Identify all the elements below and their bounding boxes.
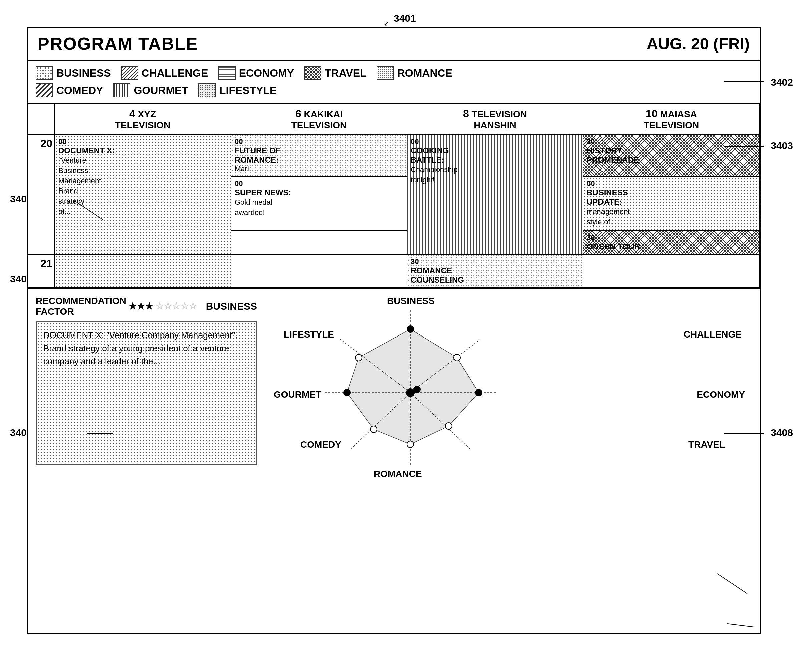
header: PROGRAM TABLE AUG. 20 (FRI) <box>28 28 760 61</box>
legend-item-business: BUSINESS <box>36 66 111 80</box>
svg-point-17 <box>406 388 415 396</box>
rec-header: RECOMMENDATION FACTOR ★★★ ☆☆☆☆☆ BUSINESS <box>36 296 257 317</box>
legend-item-gourmet: GOURMET <box>113 83 189 97</box>
radar-economy-label: ECONOMY <box>697 389 745 400</box>
svg-point-9 <box>407 326 414 333</box>
legend-item-comedy: COMEDY <box>36 83 103 97</box>
ref-3401: 3401 <box>393 13 416 24</box>
svg-point-18 <box>414 386 420 393</box>
legend-item-economy: ECONOMY <box>218 66 294 80</box>
prog-cooking-battle[interactable]: 00 COOKINGBATTLE: Championshiptonight! <box>407 135 583 255</box>
svg-point-12 <box>344 389 350 396</box>
prog-business-update[interactable]: 00 BUSINESSUPDATE: managementstyle of. <box>583 177 759 230</box>
program-grid-section: 4 XYZ TELEVISION 6 KAKIKAI TELEVISION 8 … <box>28 104 760 289</box>
prog-romance-counseling[interactable]: 30 ROMANCECOUNSELING <box>407 255 583 288</box>
radar-travel-label: TRAVEL <box>688 439 725 450</box>
svg-point-10 <box>355 354 362 361</box>
recommendation-area: RECOMMENDATION FACTOR ★★★ ☆☆☆☆☆ BUSINESS… <box>36 296 257 482</box>
rec-factor-label: RECOMMENDATION FACTOR <box>36 296 127 317</box>
channel-8-header: 8 TELEVISION HANSHIN <box>407 104 583 135</box>
ref-3403: 3403 <box>770 140 793 151</box>
prog-history-promenade[interactable]: 30 HISTORYPROMENADE <box>583 135 759 177</box>
svg-point-15 <box>445 422 452 429</box>
prog-future-of-romance[interactable]: 00 FUTURE OFROMANCE: Mari... <box>231 135 407 177</box>
time-21: 21 <box>28 255 55 288</box>
main-container: PROGRAM TABLE AUG. 20 (FRI) BUSINESS CHA… <box>27 27 761 634</box>
svg-point-13 <box>475 389 482 396</box>
legend-section: BUSINESS CHALLENGE ECONOMY TRAVEL ROMANC… <box>28 61 760 104</box>
rec-box[interactable]: DOCUMENT X: "Venture Company Management"… <box>36 321 257 464</box>
legend-item-lifestyle: LIFESTYLE <box>198 83 276 97</box>
date-display: AUG. 20 (FRI) <box>647 35 749 53</box>
arrow-3401: ↙ <box>384 19 389 28</box>
ref-3408: 3408 <box>770 427 793 438</box>
channel-6-header: 6 KAKIKAI TELEVISION <box>231 104 407 135</box>
program-table-title: PROGRAM TABLE <box>38 34 198 54</box>
stars-filled: ★★★ <box>128 301 153 312</box>
prog-document-x[interactable]: 00 DOCUMENT X: "VentureBusinessManagemen… <box>55 135 231 255</box>
svg-point-14 <box>370 426 377 433</box>
radar-chart <box>294 296 527 482</box>
ref-3402: 3402 <box>770 77 793 88</box>
radar-area: BUSINESS LIFESTYLE CHALLENGE GOURMET ECO… <box>267 296 752 482</box>
legend-item-travel: TRAVEL <box>304 66 367 80</box>
stars-empty: ☆☆☆☆☆ <box>156 301 197 312</box>
radar-challenge-label: CHALLENGE <box>684 329 741 340</box>
svg-marker-8 <box>347 329 479 444</box>
svg-point-11 <box>454 354 460 361</box>
channel-10-header: 10 MAIASA TELEVISION <box>583 104 759 135</box>
bottom-section: RECOMMENDATION FACTOR ★★★ ☆☆☆☆☆ BUSINESS… <box>28 289 760 489</box>
prog-super-news[interactable]: 00 SUPER NEWS: Gold medalawarded! <box>231 177 407 230</box>
channel-4-header: 4 XYZ TELEVISION <box>55 104 231 135</box>
legend-item-challenge: CHALLENGE <box>121 66 208 80</box>
rec-category: BUSINESS <box>206 301 257 312</box>
time-20: 20 <box>28 135 55 255</box>
legend-item-romance: ROMANCE <box>377 66 452 80</box>
rec-text: DOCUMENT X: "Venture Company Management"… <box>43 330 237 366</box>
svg-point-16 <box>407 441 414 448</box>
prog-onsen-tour[interactable]: 30 ONSEN TOUR <box>583 230 759 255</box>
